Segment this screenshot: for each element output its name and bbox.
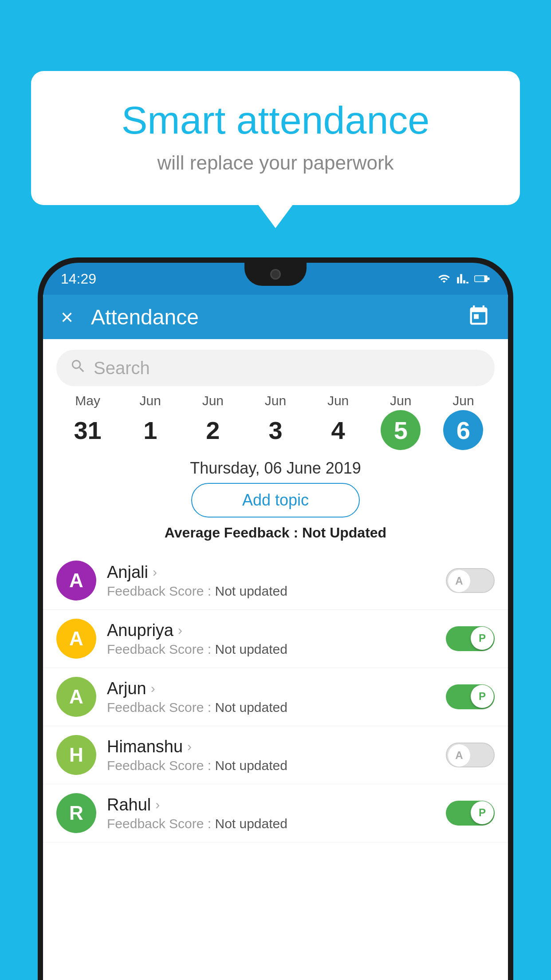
toggle-knob-3: A — [448, 744, 471, 767]
avg-feedback: Average Feedback : Not Updated — [43, 525, 508, 541]
student-name-3: Himanshu › — [107, 737, 446, 756]
toggle-knob-0: A — [448, 569, 471, 593]
signal-icon — [457, 273, 469, 285]
calendar-days-row[interactable]: 31123456 — [43, 410, 508, 450]
status-time: 14:29 — [61, 271, 96, 287]
student-avatar-3: H — [56, 735, 96, 775]
header-title: Attendance — [91, 305, 467, 329]
svg-rect-1 — [475, 276, 484, 281]
search-bar[interactable]: Search — [56, 350, 495, 386]
selected-date: Thursday, 06 June 2019 — [43, 459, 508, 478]
student-avatar-1: A — [56, 619, 96, 659]
student-item-3[interactable]: H Himanshu › Feedback Score : Not update… — [43, 726, 508, 784]
student-info-1: Anupriya › Feedback Score : Not updated — [107, 621, 446, 657]
wifi-icon — [437, 273, 451, 285]
cal-day-4[interactable]: 4 — [307, 410, 370, 450]
chevron-icon-2: › — [151, 681, 155, 696]
battery-icon — [474, 273, 490, 285]
app-header: × Attendance — [43, 295, 508, 339]
cal-month-3: Jun — [244, 393, 307, 410]
chevron-icon-0: › — [153, 565, 157, 580]
cal-day-5[interactable]: 5 — [370, 410, 432, 450]
student-name-1: Anupriya › — [107, 621, 446, 640]
cal-day-3[interactable]: 3 — [244, 410, 307, 450]
student-name-4: Rahul › — [107, 795, 446, 814]
student-feedback-0: Feedback Score : Not updated — [107, 584, 446, 599]
speech-bubble: Smart attendance will replace your paper… — [31, 71, 520, 205]
attendance-toggle-3[interactable]: A — [446, 743, 495, 767]
calendar-months-row: MayJunJunJunJunJunJun — [43, 393, 508, 410]
student-avatar-0: A — [56, 561, 96, 601]
student-item-0[interactable]: A Anjali › Feedback Score : Not updated … — [43, 552, 508, 610]
camera-dot — [270, 269, 281, 280]
cal-month-1: Jun — [119, 393, 181, 410]
cal-month-4: Jun — [307, 393, 370, 410]
student-name-2: Arjun › — [107, 679, 446, 698]
attendance-toggle-1[interactable]: P — [446, 626, 495, 651]
phone-frame: 14:29 × Attendance — [38, 257, 513, 980]
screen-content: Search MayJunJunJunJunJunJun 31123456 Th… — [43, 339, 508, 980]
phone-inner: 14:29 × Attendance — [43, 263, 508, 980]
status-icons — [437, 273, 490, 285]
toggle-knob-2: P — [471, 685, 494, 708]
avg-feedback-value: Not Updated — [302, 525, 386, 541]
calendar-icon[interactable] — [467, 304, 490, 329]
phone-screen: × Attendance Search MayJunJunJunJunJunJu… — [43, 295, 508, 980]
student-feedback-1: Feedback Score : Not updated — [107, 642, 446, 657]
student-item-1[interactable]: A Anupriya › Feedback Score : Not update… — [43, 610, 508, 668]
add-topic-button[interactable]: Add topic — [191, 483, 360, 518]
search-icon — [70, 358, 87, 379]
student-feedback-2: Feedback Score : Not updated — [107, 700, 446, 715]
student-info-2: Arjun › Feedback Score : Not updated — [107, 679, 446, 715]
student-avatar-4: R — [56, 793, 96, 833]
student-list: A Anjali › Feedback Score : Not updated … — [43, 552, 508, 842]
cal-day-6[interactable]: 6 — [432, 410, 495, 450]
bubble-title: Smart attendance — [67, 98, 484, 143]
student-name-0: Anjali › — [107, 563, 446, 582]
cal-day-2[interactable]: 2 — [181, 410, 244, 450]
toggle-knob-4: P — [471, 801, 494, 824]
close-button[interactable]: × — [61, 305, 73, 329]
attendance-toggle-0[interactable]: A — [446, 568, 495, 593]
student-info-3: Himanshu › Feedback Score : Not updated — [107, 737, 446, 773]
chevron-icon-3: › — [187, 739, 192, 754]
bubble-subtitle: will replace your paperwork — [67, 152, 484, 174]
cal-month-6: Jun — [432, 393, 495, 410]
search-placeholder: Search — [94, 358, 150, 378]
cal-month-2: Jun — [181, 393, 244, 410]
student-feedback-4: Feedback Score : Not updated — [107, 816, 446, 831]
attendance-toggle-4[interactable]: P — [446, 801, 495, 826]
student-item-4[interactable]: R Rahul › Feedback Score : Not updated P — [43, 784, 508, 842]
cal-month-5: Jun — [370, 393, 432, 410]
phone-notch — [244, 263, 307, 286]
svg-rect-2 — [488, 277, 490, 280]
toggle-knob-1: P — [471, 627, 494, 650]
attendance-toggle-2[interactable]: P — [446, 684, 495, 709]
cal-day-1[interactable]: 1 — [119, 410, 181, 450]
student-info-0: Anjali › Feedback Score : Not updated — [107, 563, 446, 599]
cal-day-0[interactable]: 31 — [56, 410, 119, 450]
chevron-icon-1: › — [178, 623, 182, 638]
student-avatar-2: A — [56, 677, 96, 717]
avg-feedback-label: Average Feedback : — [165, 525, 302, 541]
chevron-icon-4: › — [155, 797, 160, 812]
student-item-2[interactable]: A Arjun › Feedback Score : Not updated P — [43, 668, 508, 726]
cal-month-0: May — [56, 393, 119, 410]
student-feedback-3: Feedback Score : Not updated — [107, 758, 446, 773]
student-info-4: Rahul › Feedback Score : Not updated — [107, 795, 446, 831]
